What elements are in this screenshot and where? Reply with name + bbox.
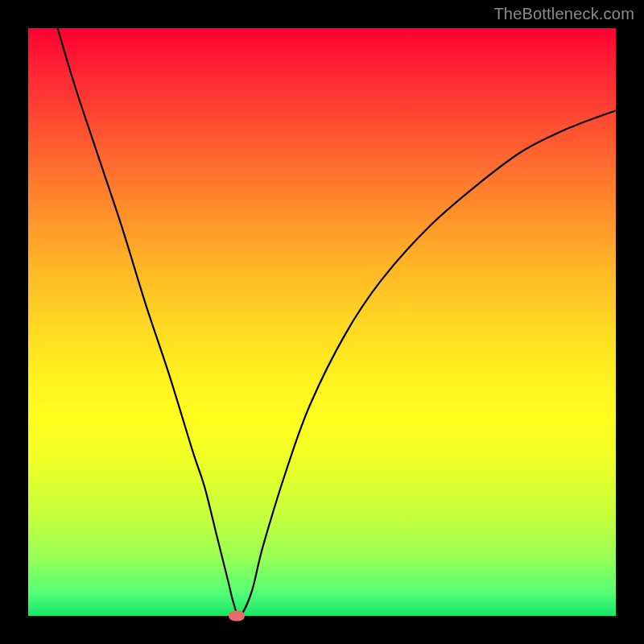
optimum-marker bbox=[229, 611, 245, 621]
chart-frame: TheBottleneck.com bbox=[0, 0, 644, 644]
plot-area bbox=[28, 28, 616, 616]
bottleneck-curve bbox=[58, 28, 617, 616]
watermark-text: TheBottleneck.com bbox=[493, 5, 634, 23]
curve-svg bbox=[28, 28, 616, 616]
